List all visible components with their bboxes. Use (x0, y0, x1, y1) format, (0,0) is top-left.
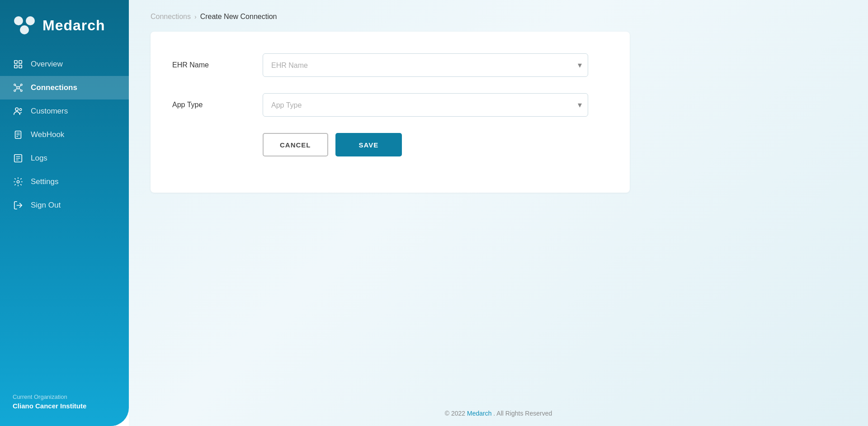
sidebar-item-label: Sign Out (31, 201, 61, 210)
main-footer: © 2022 Medarch . All Rights Reserved (129, 401, 868, 426)
main-header: Connections › Create New Connection (129, 0, 868, 28)
sidebar-item-label: Settings (31, 177, 58, 186)
app-type-select[interactable]: App Type (263, 93, 588, 117)
svg-point-16 (15, 108, 18, 110)
footer-copyright: © 2022 (445, 410, 465, 417)
sidebar-item-signout[interactable]: Sign Out (0, 194, 129, 217)
footer-suffix: . All Rights Reserved (493, 410, 552, 417)
svg-point-8 (14, 84, 16, 86)
svg-rect-4 (19, 61, 22, 63)
sidebar-item-label: Overview (31, 60, 63, 69)
ehr-name-label: EHR Name (172, 61, 263, 69)
sidebar-item-overview[interactable]: Overview (0, 52, 129, 76)
grid-icon (13, 59, 24, 70)
breadcrumb-parent[interactable]: Connections (151, 13, 191, 21)
cancel-button[interactable]: CANCEL (263, 133, 328, 156)
svg-line-15 (19, 88, 21, 90)
sidebar-item-label: Connections (31, 83, 77, 92)
form-card: EHR Name EHR Name ▾ App Type App Type ▾ (151, 32, 630, 193)
svg-point-10 (14, 90, 16, 92)
svg-point-26 (17, 180, 19, 183)
signout-icon (13, 200, 24, 211)
sidebar-nav: Overview Connections (0, 49, 129, 383)
logo-text: Medarch (42, 17, 105, 34)
sidebar-logo: Medarch (0, 0, 129, 49)
ehr-name-select[interactable]: EHR Name (263, 53, 588, 77)
sidebar: Medarch Overview (0, 0, 129, 426)
svg-rect-5 (14, 65, 17, 68)
connections-icon (13, 82, 24, 93)
sidebar-item-webhook[interactable]: WebHook (0, 123, 129, 147)
app-type-label: App Type (172, 101, 263, 109)
svg-point-11 (21, 90, 23, 92)
sidebar-item-customers[interactable]: Customers (0, 99, 129, 123)
main-content: EHR Name EHR Name ▾ App Type App Type ▾ (129, 28, 868, 401)
svg-point-9 (21, 84, 23, 86)
sidebar-item-connections[interactable]: Connections (0, 76, 129, 99)
ehr-name-select-wrapper: EHR Name ▾ (263, 53, 588, 77)
svg-point-0 (14, 16, 23, 25)
webhook-icon (13, 129, 24, 140)
form-buttons: CANCEL SAVE (172, 133, 608, 156)
svg-line-12 (15, 85, 17, 87)
sidebar-item-logs[interactable]: Logs (0, 147, 129, 170)
svg-rect-6 (19, 65, 22, 68)
sidebar-item-settings[interactable]: Settings (0, 170, 129, 194)
settings-icon (13, 176, 24, 187)
sidebar-footer: Current Organization Cliano Cancer Insti… (0, 383, 129, 426)
svg-line-13 (19, 85, 21, 87)
main-area: Connections › Create New Connection EHR … (129, 0, 868, 426)
sidebar-item-label: Logs (31, 154, 47, 163)
breadcrumb-separator: › (194, 13, 197, 20)
svg-point-2 (20, 25, 29, 34)
svg-point-17 (19, 109, 22, 111)
app-type-row: App Type App Type ▾ (172, 93, 608, 117)
svg-point-1 (26, 16, 35, 25)
customers-icon (13, 106, 24, 117)
breadcrumb: Connections › Create New Connection (151, 13, 846, 21)
footer-brand-link[interactable]: Medarch (467, 410, 491, 417)
sidebar-item-label: WebHook (31, 130, 64, 139)
app-type-select-wrapper: App Type ▾ (263, 93, 588, 117)
breadcrumb-current: Create New Connection (200, 13, 277, 21)
org-label: Current Organization (13, 393, 116, 400)
logo-icon (13, 14, 36, 36)
ehr-name-row: EHR Name EHR Name ▾ (172, 53, 608, 77)
svg-line-14 (15, 88, 17, 90)
logs-icon (13, 153, 24, 164)
sidebar-item-label: Customers (31, 107, 68, 116)
svg-rect-3 (14, 61, 17, 63)
save-button[interactable]: SAVE (335, 133, 402, 156)
org-name: Cliano Cancer Institute (13, 402, 116, 410)
